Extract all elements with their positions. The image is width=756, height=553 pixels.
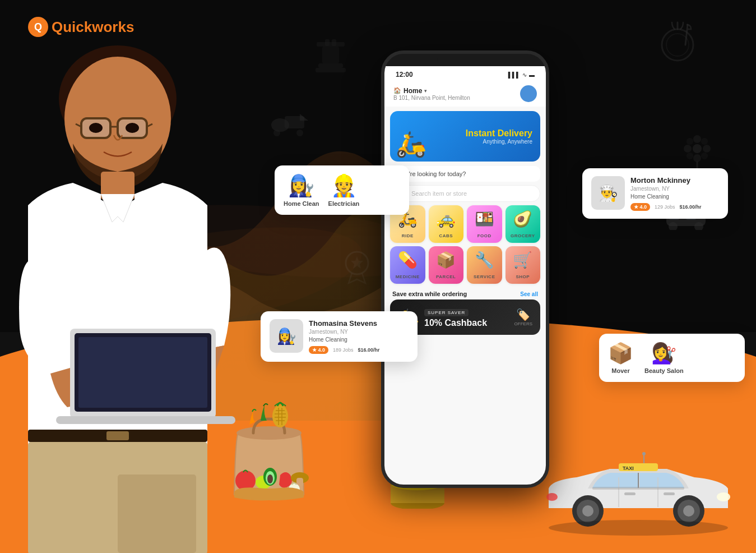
phone-header: 🏠 Home ▾ B 101, Nirvana Point, Hemilton — [384, 81, 546, 107]
phone-location-label[interactable]: 🏠 Home ▾ — [393, 87, 470, 95]
phone-address: B 101, Nirvana Point, Hemilton — [393, 95, 470, 101]
service-shop[interactable]: 🛒 SHOP — [505, 246, 541, 284]
banner-title: Instant Delivery — [466, 128, 532, 139]
svg-point-19 — [693, 154, 701, 162]
grocery-emoji: 🥑 — [508, 210, 539, 228]
service-grocery[interactable]: 🥑 GROCERY — [505, 205, 541, 243]
svg-marker-12 — [300, 114, 308, 121]
morton-role: Home Cleaning — [630, 193, 702, 200]
svg-point-22 — [687, 138, 693, 145]
morton-rating-badge: ★ 4.0 — [630, 203, 650, 211]
logo-symbol: Q — [34, 21, 42, 33]
service-food[interactable]: 🍱 FOOD — [467, 205, 502, 243]
cabs-emoji: 🚕 — [431, 210, 462, 228]
parcel-label: PARCEL — [436, 274, 456, 279]
extra-services-card: 📦 Mover 💇‍♀️ Beauty Salon — [599, 334, 745, 382]
service-cabs[interactable]: 🚕 CABS — [429, 205, 464, 243]
thomasina-rating: 4.0 — [318, 347, 326, 353]
service-medicine[interactable]: 💊 MEDICINE — [390, 246, 425, 284]
ride-label: RIDE — [402, 233, 414, 238]
home-text: Home — [403, 87, 422, 95]
phone-frame: 12:00 ▌▌▌ ∿ ▬ 🏠 Home ▾ B 101, Nirvana Po… — [381, 50, 549, 488]
morton-rating: 4.0 — [640, 204, 647, 210]
service-parcel[interactable]: 📦 PARCEL — [429, 246, 464, 284]
svg-point-84 — [582, 505, 593, 517]
svg-rect-53 — [118, 474, 196, 553]
thomasina-rating-badge: ★ 4.0 — [309, 346, 328, 354]
search-placeholder-text: Search item or store — [411, 190, 467, 197]
logo-name: uickworks — [63, 19, 134, 35]
svg-rect-2 — [317, 42, 345, 47]
mover-service-col[interactable]: 📦 Mover — [608, 342, 633, 374]
logo-q: Q — [52, 19, 63, 35]
morton-jobs: 129 Jobs — [655, 204, 675, 210]
food-label: FOOD — [477, 233, 491, 238]
svg-point-20 — [684, 145, 692, 153]
banner-text: Instant Delivery Anything, Anywhere — [466, 128, 532, 145]
logo: Q Quickworks — [28, 17, 134, 37]
svg-rect-5 — [332, 39, 336, 46]
cabs-label: CABS — [439, 233, 453, 238]
svg-point-55 — [272, 405, 288, 427]
chess-icon — [314, 36, 347, 84]
medicine-emoji: 💊 — [392, 251, 423, 269]
shop-label: SHOP — [516, 274, 530, 279]
svg-rect-47 — [78, 337, 207, 408]
electrician-icon: 👷 — [328, 173, 360, 198]
morton-location: Jamestown, NY — [630, 186, 702, 192]
logo-icon: Q — [28, 17, 48, 37]
electrician-service-item[interactable]: 👷 Electrician — [328, 173, 360, 207]
svg-point-89 — [546, 493, 558, 501]
svg-rect-92 — [592, 487, 684, 490]
service-service[interactable]: 🔧 SERVICE — [467, 246, 502, 284]
mover-label: Mover — [611, 367, 629, 374]
banner-title-highlight: Delivery — [498, 128, 532, 138]
banner-subtitle: Anything, Anywhere — [466, 139, 532, 145]
svg-text:TAXI: TAXI — [623, 466, 634, 471]
svg-rect-90 — [624, 492, 636, 495]
thomasina-jobs: 189 Jobs — [333, 347, 354, 353]
svg-point-69 — [267, 474, 273, 483]
phone-search-bar[interactable]: 🔍 Search item or store — [390, 185, 540, 202]
scooter-emoji: 🛵 — [396, 130, 426, 159]
service-emoji: 🔧 — [469, 251, 500, 269]
beauty-salon-icon: 💇‍♀️ — [644, 342, 684, 365]
phone-notch — [437, 54, 493, 66]
svg-point-18 — [693, 135, 701, 143]
food-emoji: 🍱 — [469, 210, 500, 228]
see-all-link[interactable]: See all — [520, 291, 538, 297]
svg-rect-50 — [106, 431, 129, 440]
shop-emoji: 🛒 — [508, 251, 539, 269]
home-clean-service-item[interactable]: 👩‍🔧 Home Clean — [284, 173, 319, 207]
svg-point-96 — [642, 452, 646, 455]
super-saver-badge: SUPER SAVER — [424, 309, 469, 316]
morton-rate: $16.00/hr — [680, 204, 702, 210]
svg-rect-52 — [28, 474, 106, 553]
services-grid: 🛵 RIDE 🚕 CABS 🍱 FOOD 🥑 GROCERY 💊 — [390, 205, 540, 284]
morton-worker-card: 👨‍🍳 Morton Mckinney Jamestown, NY Home C… — [582, 168, 728, 219]
home-icon-small: 🏠 — [393, 87, 401, 94]
phone-status-bar: 12:00 ▌▌▌ ∿ ▬ — [384, 66, 546, 81]
svg-point-97 — [549, 520, 728, 536]
svg-point-42 — [89, 123, 103, 133]
looking-for-card: W'at're looking for today? — [390, 166, 540, 182]
service-label: SERVICE — [474, 274, 495, 279]
svg-point-24 — [687, 153, 693, 159]
user-avatar[interactable] — [520, 85, 537, 102]
award-icon — [342, 250, 373, 288]
thomasina-location: Jamestown, NY — [309, 329, 380, 335]
beauty-salon-service-col[interactable]: 💇‍♀️ Beauty Salon — [644, 342, 684, 374]
svg-point-43 — [126, 123, 139, 133]
save-title: Save extra while ordering — [392, 291, 467, 297]
svg-point-21 — [703, 145, 711, 153]
svg-point-17 — [693, 144, 702, 153]
cashback-text: 10% Cashback — [424, 318, 509, 328]
beauty-salon-label: Beauty Salon — [644, 367, 684, 374]
svg-rect-3 — [322, 47, 339, 63]
svg-rect-4 — [325, 39, 330, 46]
location-dropdown-arrow[interactable]: ▾ — [424, 88, 427, 94]
svg-point-87 — [683, 505, 694, 517]
thomasina-name: Thomasina Stevens — [309, 319, 380, 328]
morton-avatar: 👨‍🍳 — [591, 176, 625, 210]
car-decoration: TAXI — [532, 446, 745, 542]
